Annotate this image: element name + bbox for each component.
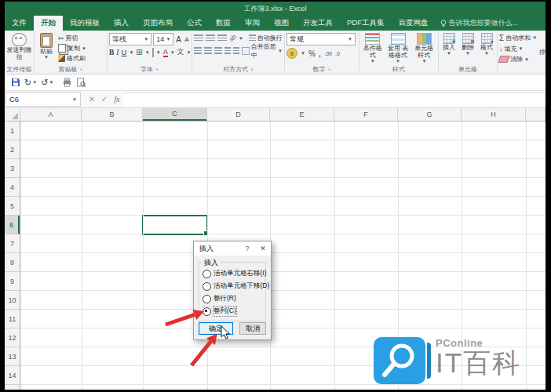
clipboard-dialog-launcher-icon[interactable]: ↘ bbox=[78, 67, 82, 71]
name-box[interactable]: C6▼ bbox=[5, 92, 81, 107]
row-header-8[interactable]: 8 bbox=[5, 253, 20, 272]
radio-option-4[interactable]: 整列(C) bbox=[203, 305, 264, 318]
align-bottom-icon[interactable] bbox=[217, 34, 227, 42]
row-header-6[interactable]: 6 bbox=[5, 216, 20, 234]
cell-styles-button[interactable]: 单元格样式▼ bbox=[412, 33, 436, 64]
phonetic-button[interactable]: 文 bbox=[177, 47, 184, 57]
row-header-3[interactable]: 3 bbox=[5, 159, 20, 178]
column-header-E[interactable]: E bbox=[270, 108, 334, 121]
shrink-font-button[interactable]: A bbox=[184, 36, 190, 43]
align-left-icon[interactable] bbox=[194, 47, 202, 54]
select-all-corner[interactable] bbox=[5, 108, 20, 121]
column-header-H[interactable]: H bbox=[462, 108, 526, 121]
radio-icon[interactable] bbox=[203, 307, 211, 316]
formula-input[interactable] bbox=[123, 93, 545, 107]
column-header-C[interactable]: C bbox=[143, 108, 207, 121]
row-header-14[interactable]: 14 bbox=[5, 366, 20, 385]
font-color-button[interactable]: A bbox=[163, 48, 168, 57]
row-header-13[interactable]: 13 bbox=[5, 347, 20, 366]
tab-开始[interactable]: 开始 bbox=[34, 16, 63, 31]
font-dialog-launcher-icon[interactable]: ↘ bbox=[155, 67, 159, 71]
selected-cell-outline[interactable] bbox=[142, 215, 208, 235]
ok-button[interactable]: 确定 bbox=[199, 322, 233, 335]
borders-button[interactable]: ⊞ bbox=[136, 48, 142, 56]
decrease-indent-icon[interactable] bbox=[224, 47, 231, 54]
print-preview-icon[interactable] bbox=[76, 78, 86, 87]
row-header-9[interactable]: 9 bbox=[5, 272, 20, 291]
merge-center-button[interactable]: 合并后居中▼ bbox=[242, 45, 283, 56]
column-header-D[interactable]: D bbox=[207, 108, 270, 121]
formula-enter-icon[interactable]: ✓ bbox=[98, 95, 111, 103]
row-header-11[interactable]: 11 bbox=[5, 310, 20, 328]
column-header-partial[interactable] bbox=[526, 108, 546, 121]
decrease-decimal-button[interactable]: .0 bbox=[335, 51, 340, 56]
underline-button[interactable]: U bbox=[122, 48, 127, 56]
tab-视图[interactable]: 视图 bbox=[267, 16, 296, 31]
radio-option-1[interactable]: 活动单元格右移(I) bbox=[203, 267, 264, 280]
grow-font-button[interactable]: A bbox=[175, 35, 181, 44]
row-header-5[interactable]: 5 bbox=[5, 197, 20, 216]
tab-页面布局[interactable]: 页面布局 bbox=[136, 16, 180, 31]
dialog-help-button[interactable]: ? bbox=[239, 245, 255, 252]
dialog-close-button[interactable]: ✕ bbox=[255, 245, 271, 252]
insert-cells-button[interactable]: +插入▼ bbox=[443, 33, 455, 56]
align-top-icon[interactable] bbox=[194, 34, 203, 42]
tab-开发工具[interactable]: 开发工具 bbox=[296, 16, 340, 31]
tab-我的模板[interactable]: 我的模板 bbox=[63, 16, 107, 31]
column-header-G[interactable]: G bbox=[398, 108, 462, 121]
delete-cells-button[interactable]: ×删除▼ bbox=[462, 33, 474, 56]
row-header-12[interactable]: 12 bbox=[5, 328, 20, 347]
accounting-format-button[interactable]: $ bbox=[286, 48, 297, 59]
tab-PDF工具集[interactable]: PDF工具集 bbox=[340, 16, 392, 31]
radio-icon[interactable] bbox=[203, 295, 211, 303]
comma-style-button[interactable]: , bbox=[319, 48, 321, 59]
align-right-icon[interactable] bbox=[214, 47, 222, 54]
tab-插入[interactable]: 插入 bbox=[107, 16, 136, 31]
bold-button[interactable]: B bbox=[109, 49, 114, 56]
row-header-2[interactable]: 2 bbox=[5, 140, 20, 159]
format-cells-button[interactable]: ▪格式▼ bbox=[480, 33, 493, 56]
save-icon[interactable] bbox=[11, 78, 20, 87]
print-icon[interactable] bbox=[62, 78, 72, 87]
increase-decimal-button[interactable]: .00 bbox=[324, 51, 332, 56]
align-middle-icon[interactable] bbox=[206, 34, 215, 42]
radio-option-2[interactable]: 活动单元格下移(D) bbox=[203, 280, 264, 292]
format-as-table-button[interactable]: 套用 表格格式▼ bbox=[385, 33, 410, 64]
format-painter-button[interactable]: 格式刷 bbox=[58, 53, 86, 64]
row-header-4[interactable]: 4 bbox=[5, 178, 20, 197]
radio-icon[interactable] bbox=[203, 282, 211, 291]
send-to-wechat-button[interactable]: 发送到微信 bbox=[7, 33, 32, 60]
autosum-button[interactable]: Σ自动求和▼ bbox=[499, 33, 544, 43]
italic-button[interactable]: I bbox=[116, 49, 119, 56]
fill-button[interactable]: ↓填充▼ bbox=[499, 44, 544, 54]
column-header-B[interactable]: B bbox=[82, 108, 143, 121]
tell-me-box[interactable]: 告诉我您想要做什么... bbox=[440, 16, 519, 31]
increase-indent-icon[interactable] bbox=[233, 47, 239, 54]
copy-button[interactable]: 复制▼ bbox=[58, 43, 86, 53]
radio-option-3[interactable]: 整行(R) bbox=[203, 292, 264, 305]
tab-审阅[interactable]: 审阅 bbox=[238, 16, 267, 31]
paste-button[interactable]: 粘贴 ▼ bbox=[36, 33, 57, 60]
conditional-formatting-button[interactable]: 条件格式▼ bbox=[361, 33, 384, 64]
row-header-7[interactable]: 7 bbox=[5, 234, 20, 253]
tab-百度网盘[interactable]: 百度网盘 bbox=[392, 16, 436, 31]
cut-button[interactable]: ✂剪切 bbox=[58, 33, 86, 43]
clear-button[interactable]: 清除▼ bbox=[499, 54, 544, 64]
column-header-A[interactable]: A bbox=[20, 108, 82, 121]
number-dialog-launcher-icon[interactable]: ↘ bbox=[327, 67, 330, 71]
row-header-10[interactable]: 10 bbox=[5, 291, 20, 310]
row-header-1[interactable]: 1 bbox=[5, 122, 20, 140]
formula-cancel-icon[interactable]: ✕ bbox=[86, 95, 98, 103]
fill-color-button[interactable] bbox=[152, 48, 154, 57]
font-name-select[interactable]: 等线▼ bbox=[109, 33, 151, 45]
redo-button[interactable]: ↻▼ bbox=[24, 78, 37, 88]
cancel-button[interactable]: 取消 bbox=[239, 322, 266, 335]
tab-数据[interactable]: 数据 bbox=[209, 16, 238, 31]
undo-button[interactable]: ↺▼ bbox=[41, 78, 53, 88]
insert-function-icon[interactable]: fx bbox=[111, 95, 123, 103]
font-size-select[interactable]: 14▼ bbox=[153, 33, 173, 45]
number-format-select[interactable]: 常规▼ bbox=[286, 33, 356, 45]
align-center-icon[interactable] bbox=[204, 47, 212, 54]
radio-icon[interactable] bbox=[203, 270, 211, 278]
alignment-dialog-launcher-icon[interactable]: ↘ bbox=[250, 67, 254, 71]
